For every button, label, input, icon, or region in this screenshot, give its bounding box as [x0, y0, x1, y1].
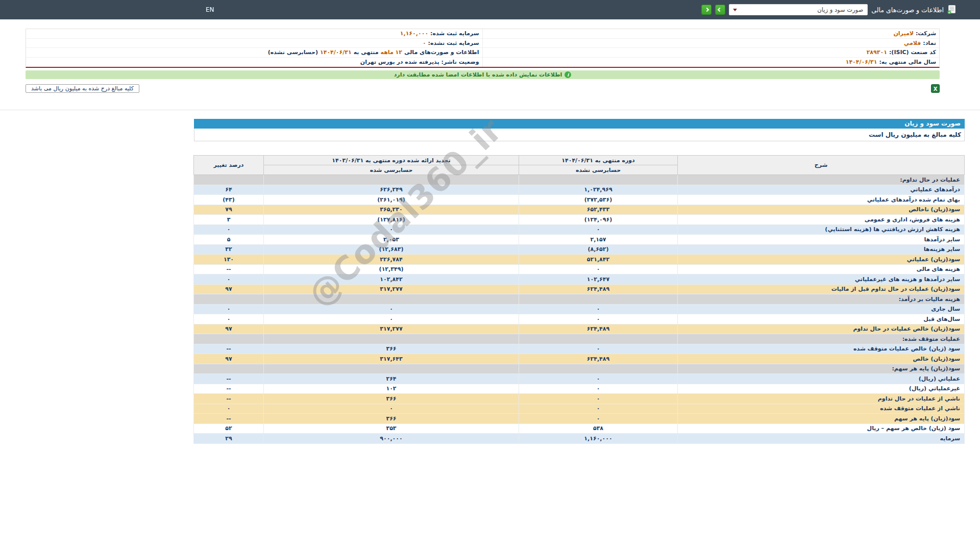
svg-text:X: X: [934, 86, 938, 92]
fiscal-year-row: سال مالی منتهی به: ۱۴۰۴/۰۶/۳۱: [483, 58, 940, 67]
chevron-left-icon: [718, 8, 722, 12]
change-value: [194, 364, 264, 374]
statement-subtitle-bar: کلیه مبالغ به میلیون ریال است: [194, 129, 965, 141]
row-label: سایر درآمدها و هزینه های غیرعملیاتي: [678, 274, 965, 285]
chevron-right-icon: [705, 8, 709, 12]
current-value: ۶۵۲,۴۳۳: [519, 205, 678, 215]
page-title: اطلاعات و صورت‌های مالی: [871, 6, 944, 14]
change-value: [194, 175, 264, 185]
previous-value: [264, 175, 519, 185]
current-value: ۱,۰۲۴,۹۶۹: [519, 185, 678, 195]
row-label: سال جاری: [678, 304, 965, 314]
next-statement-button[interactable]: [715, 5, 725, 15]
previous-value: ۲,۰۵۳: [264, 235, 519, 245]
excel-export-icon[interactable]: X: [931, 84, 940, 93]
profit-loss-table: شرح دوره منتهی به ۱۴۰۴/۰۶/۳۱ تجدید ارائه…: [193, 155, 965, 444]
change-value: (۴۳): [194, 195, 264, 205]
previous-value: ۳۱۷,۲۷۷: [264, 284, 519, 294]
current-value: [519, 175, 678, 185]
registered-capital-row: سرمایه ثبت شده: ۱,۱۶۰,۰۰۰: [26, 29, 483, 39]
row-label: هزینه های فروش، اداری و عمومی: [678, 215, 965, 225]
section-header-row: هزینه مالیات بر درآمد:: [194, 294, 965, 305]
unregistered-capital-value: ۰: [423, 40, 426, 46]
change-value: ۵۲: [194, 423, 264, 434]
table-row: سایر هزینه‌ها(۸,۶۵۲)(۱۲,۶۸۳)۳۲: [194, 244, 965, 255]
section-header-row: عملیات در حال تداوم:: [194, 175, 965, 185]
currency-note-box: کلیه مبالغ درج شده به میلیون ریال می باش…: [26, 84, 139, 93]
row-label: عملیات در حال تداوم:: [678, 175, 965, 185]
header-previous-audit: حسابرسی شده: [264, 165, 519, 175]
table-row: سود(زیان) ناخالص۶۵۲,۴۳۳۳۶۵,۲۳۰۷۹: [194, 205, 965, 215]
table-row: سود(زیان) خالص۶۲۴,۴۸۹۳۱۷,۶۴۳۹۷: [194, 354, 965, 364]
change-value: ۳: [194, 215, 264, 225]
row-label: بهای تمام شده درآمدهای عملیاتي: [678, 195, 965, 205]
note-row: X کلیه مبالغ درج شده به میلیون ریال می ب…: [26, 84, 940, 93]
change-value: ۰: [194, 404, 264, 414]
statement-select[interactable]: صورت سود و زیان: [729, 4, 868, 15]
current-value: ۰: [519, 314, 678, 324]
current-value: ۶۲۴,۴۸۹: [519, 324, 678, 334]
previous-value: ۲۶۴: [264, 374, 519, 384]
table-row: بهای تمام شده درآمدهای عملیاتي(۳۷۲,۵۳۶)(…: [194, 195, 965, 205]
row-label: سود(زیان) خالص: [678, 354, 965, 364]
row-label: سایر درآمدها: [678, 235, 965, 245]
previous-value: ۰: [264, 224, 519, 235]
row-label: عملیات متوقف شده:: [678, 334, 965, 344]
previous-value: ۹۰۰,۰۰۰: [264, 434, 519, 444]
change-value: ۲۹: [194, 434, 264, 444]
current-value: ۶۲۴,۴۸۹: [519, 354, 678, 364]
current-value: (۸,۶۵۲): [519, 244, 678, 255]
period-text-1: اطلاعات و صورت‌های مالی: [404, 49, 479, 56]
row-label: هزینه های مالی: [678, 264, 965, 274]
statement-title-bar: صورت سود و زیان: [194, 119, 965, 129]
language-en-link[interactable]: EN: [206, 6, 214, 13]
table-row: سود (زیان) خالص عملیات متوقف شده۰۳۶۶--: [194, 344, 965, 354]
change-value: --: [194, 374, 264, 384]
current-value: ۰: [519, 404, 678, 414]
signature-match-banner: i اطلاعات نمایش داده شده با اطلاعات امضا…: [26, 70, 940, 79]
change-value: ۷۹: [194, 205, 264, 215]
current-value: ۱۰۲,۶۴۷: [519, 274, 678, 285]
row-label: درآمدهای عملیاتي: [678, 185, 965, 195]
previous-value: ۶۲۶,۲۴۹: [264, 185, 519, 195]
previous-value: ۳۶۵,۲۳۰: [264, 205, 519, 215]
company-name-row: شرکت: لامیران: [483, 29, 940, 39]
previous-statement-button[interactable]: [701, 5, 712, 15]
table-row: درآمدهای عملیاتي۱,۰۲۴,۹۶۹۶۲۶,۲۴۹۶۴: [194, 185, 965, 195]
previous-value: ۳۱۷,۶۴۳: [264, 354, 519, 364]
company-info-table: شرکت: لامیران سرمایه ثبت شده: ۱,۱۶۰,۰۰۰ …: [26, 29, 940, 68]
header-previous-period: تجدید ارائه شده دوره منتهی به ۱۴۰۳/۰۶/۳۱: [264, 156, 519, 165]
top-navigation-bar: اطلاعات و صورت‌های مالی صورت سود و زیان …: [0, 0, 980, 19]
previous-value: ۳۵۳: [264, 423, 519, 434]
table-row: سود(زیان) عملیات در حال تداوم قبل از مال…: [194, 284, 965, 294]
previous-value: ۲۲۶,۷۸۴: [264, 255, 519, 265]
row-label: ناشي از عملیات در حال تداوم: [678, 394, 965, 404]
publisher-status-label: وضعیت ناشر:: [442, 59, 479, 65]
table-row: ناشي از عملیات متوقف شده۰۰۰: [194, 404, 965, 414]
pl-table-body: عملیات در حال تداوم:درآمدهای عملیاتي۱,۰۲…: [194, 175, 965, 444]
table-row: سایر درآمدها۲,۱۵۷۲,۰۵۳۵: [194, 235, 965, 245]
unregistered-capital-row: سرمایه ثبت نشده: ۰: [26, 39, 483, 48]
previous-value: [264, 294, 519, 305]
change-value: --: [194, 384, 264, 394]
current-value: ۰: [519, 384, 678, 394]
row-label: سال‌های قبل: [678, 314, 965, 324]
period-text-2: ۱۲ ماهه: [381, 49, 403, 56]
info-icon: i: [565, 71, 571, 78]
company-label: شرکت:: [916, 30, 936, 37]
row-label: سود(زیان) عملیاتي: [678, 255, 965, 265]
change-value: ۹۷: [194, 284, 264, 294]
change-value: [194, 294, 264, 305]
fiscal-year-value: ۱۴۰۴/۰۶/۳۱: [846, 59, 877, 65]
chevron-down-icon: [733, 9, 737, 11]
table-row: سود (زیان) خالص هر سهم – ریال۵۳۸۳۵۳۵۲: [194, 423, 965, 434]
previous-value: (۲۶۱,۰۱۹): [264, 195, 519, 205]
change-value: ۹۷: [194, 354, 264, 364]
table-row: هزینه کاهش ارزش دریافتني ها (هزینه استثن…: [194, 224, 965, 235]
company-value: لامیران: [893, 30, 914, 37]
row-label: عملیاتي (ریال): [678, 374, 965, 384]
row-label: سایر هزینه‌ها: [678, 244, 965, 255]
current-value: ۰: [519, 224, 678, 235]
current-value: ۶۲۴,۴۸۹: [519, 284, 678, 294]
change-value: --: [194, 264, 264, 274]
